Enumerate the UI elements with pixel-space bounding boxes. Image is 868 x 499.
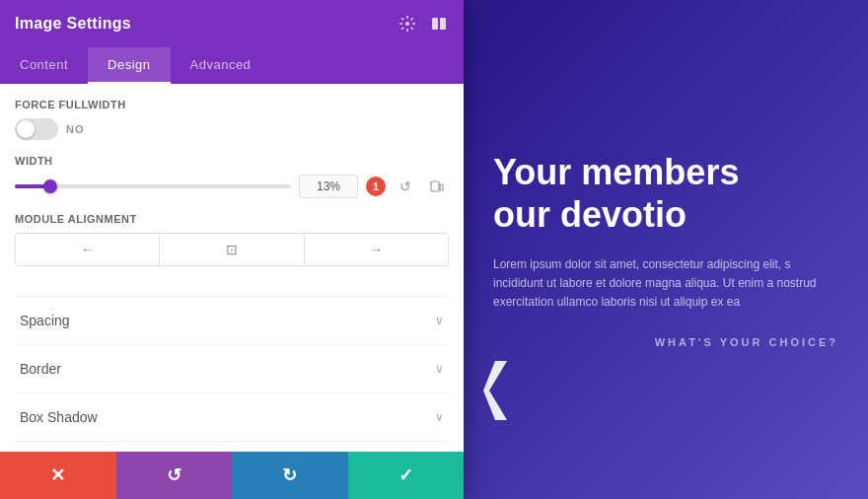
accordion-border: Border ∨ — [15, 344, 449, 392]
panel-header: Image Settings — [0, 0, 464, 47]
align-center-btn[interactable]: ⊡ — [160, 234, 304, 265]
arrow-chevron-container — [483, 361, 542, 420]
svg-rect-1 — [432, 18, 438, 30]
accordion-spacing: Spacing ∨ — [15, 296, 449, 344]
headline: Your members our devotio — [493, 151, 739, 236]
tab-design[interactable]: Design — [88, 47, 170, 84]
accordion-filters: Filters ∨ — [15, 441, 449, 452]
svg-rect-4 — [440, 184, 443, 190]
svg-rect-2 — [440, 18, 446, 30]
width-section: Width 1 ↺ — [15, 155, 449, 198]
svg-rect-3 — [431, 181, 439, 191]
cta-text: WHAT'S YOUR CHOICE? — [655, 336, 838, 348]
accordion-border-header[interactable]: Border ∨ — [15, 345, 449, 392]
module-alignment-section: Module Alignment ← ⊡ → — [15, 213, 449, 266]
slider-thumb[interactable] — [43, 179, 57, 193]
bottom-toolbar: ✕ ↺ ↻ ✓ — [0, 452, 464, 499]
force-fullwidth-row: NO — [15, 118, 449, 140]
headline-line1: Your members — [493, 152, 739, 192]
accordion-box-shadow-header[interactable]: Box Shadow ∨ — [15, 393, 449, 441]
cancel-button[interactable]: ✕ — [0, 452, 116, 499]
module-alignment-label: Module Alignment — [15, 213, 449, 225]
accordion-spacing-title: Spacing — [20, 313, 70, 328]
align-left-icon: ← — [81, 242, 95, 257]
notification-badge[interactable]: 1 — [366, 177, 386, 196]
columns-icon[interactable] — [429, 14, 449, 34]
reset-icon[interactable]: ↺ — [394, 175, 417, 198]
accordion-box-shadow-title: Box Shadow — [20, 409, 98, 425]
accordion-spacing-header[interactable]: Spacing ∨ — [15, 297, 449, 344]
undo-button[interactable]: ↺ — [116, 452, 233, 499]
tabs-container: Content Design Advanced — [0, 47, 464, 84]
width-slider-container[interactable] — [15, 177, 291, 196]
accordion-border-title: Border — [20, 361, 61, 377]
save-button[interactable]: ✓ — [348, 452, 465, 499]
align-left-btn[interactable]: ← — [16, 234, 160, 265]
chevron-down-icon-2: ∨ — [435, 362, 444, 376]
tab-content[interactable]: Content — [0, 47, 88, 84]
headline-line2: our devotio — [493, 194, 687, 235]
divider — [15, 286, 449, 296]
width-controls: 1 ↺ — [15, 175, 449, 198]
force-fullwidth-label: Force Fullwidth — [15, 99, 449, 110]
panel-title: Image Settings — [15, 15, 131, 33]
align-right-btn[interactable]: → — [305, 234, 448, 265]
toggle-knob — [17, 120, 35, 138]
right-content-area: Your members our devotio Lorem ipsum dol… — [464, 0, 868, 499]
chevron-down-icon: ∨ — [435, 314, 444, 327]
chevron-down-icon-3: ∨ — [435, 410, 444, 424]
toggle-no-label: NO — [66, 123, 85, 135]
redo-button[interactable]: ↻ — [232, 452, 348, 499]
settings-panel: Image Settings Content Design — [0, 0, 464, 499]
responsive-icon[interactable] — [425, 175, 449, 198]
width-label: Width — [15, 155, 449, 167]
align-center-icon: ⊡ — [226, 242, 238, 257]
svg-point-0 — [405, 22, 409, 26]
header-icons — [398, 14, 449, 34]
accordion-box-shadow: Box Shadow ∨ — [15, 392, 449, 441]
fullwidth-toggle[interactable] — [15, 118, 58, 140]
align-right-icon: → — [369, 242, 383, 257]
panel-content: Force Fullwidth NO Width 1 — [0, 84, 464, 452]
settings-icon[interactable] — [398, 14, 417, 34]
accordion-filters-header[interactable]: Filters ∨ — [15, 442, 449, 452]
chevron-left-icon — [483, 361, 542, 420]
tab-advanced[interactable]: Advanced — [171, 47, 271, 84]
alignment-options: ← ⊡ → — [15, 233, 449, 266]
slider-track — [15, 184, 291, 188]
body-text: Lorem ipsum dolor sit amet, consectetur … — [493, 255, 838, 313]
width-value-input[interactable] — [299, 175, 358, 198]
